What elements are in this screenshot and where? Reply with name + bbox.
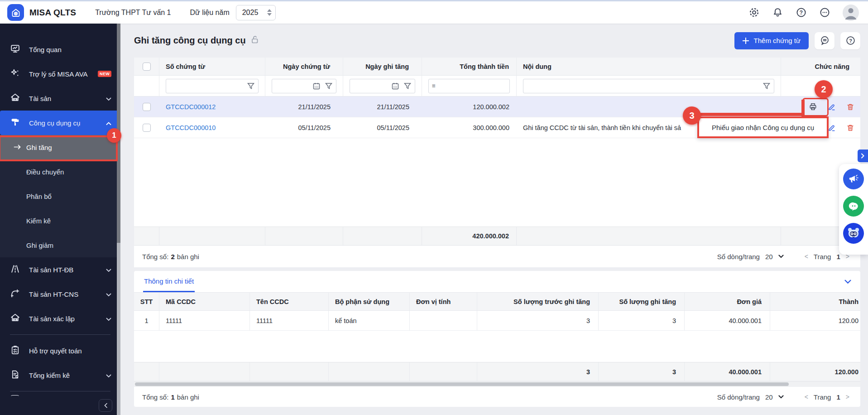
submenu-item-dieu-chuyen[interactable]: Điều chuyển (0, 159, 120, 184)
live-chat-button[interactable] (843, 196, 864, 217)
total-label: Tổng số: (142, 253, 168, 261)
rows-per-page-dropdown-icon[interactable] (778, 395, 784, 399)
year-select[interactable]: 2025 (236, 5, 276, 20)
row-checkbox[interactable] (143, 124, 151, 132)
chevron-down-icon (106, 95, 111, 102)
col-header-ngay-ghi-tang[interactable]: Ngày ghi tăng (343, 58, 422, 75)
documents-table: Số chứng từ Ngày chứng từ Ngày ghi tăng … (134, 58, 860, 267)
road-icon (10, 264, 20, 275)
table-header-row: Số chứng từ Ngày chứng từ Ngày ghi tăng … (134, 58, 860, 76)
sidebar-item-tai-san-ht-cns[interactable]: Tài sản HT-CNS (0, 282, 120, 306)
settings-gear-icon[interactable] (748, 7, 760, 18)
ava-bot-button[interactable] (843, 223, 864, 244)
sidebar-collapse-button[interactable] (99, 399, 112, 412)
rows-per-page-dropdown-icon[interactable] (778, 255, 784, 258)
submenu-item-phan-bo[interactable]: Phân bổ (0, 184, 120, 208)
document-number-link[interactable]: GTCCDC000012 (166, 103, 216, 111)
col-header-ten-ccdc[interactable]: Tên CCDC (250, 293, 329, 310)
horizontal-scrollbar[interactable] (134, 381, 860, 387)
filter-ngay-ghi-tang[interactable] (350, 79, 415, 93)
expand-panel-button[interactable] (858, 150, 868, 162)
calendar-icon (391, 82, 399, 90)
filter-funnel-icon (247, 82, 255, 90)
prev-page-button[interactable]: < (805, 393, 808, 401)
edit-button[interactable] (827, 102, 836, 111)
col-header-bo-phan[interactable]: Bộ phận sử dụng (329, 293, 410, 310)
submenu-item-kiem-ke[interactable]: Kiểm kê (0, 208, 120, 233)
submenu-item-label: Kiểm kê (26, 217, 51, 225)
edit-button[interactable] (827, 123, 836, 132)
print-menu-tooltip[interactable]: Phiếu giao nhận Công cụ dụng cụ (697, 116, 829, 138)
col-header-sl-truoc-ghi-tang[interactable]: Số lượng trước ghi tăng (477, 293, 599, 310)
row-checkbox[interactable] (143, 103, 151, 111)
scrollbar-thumb[interactable] (135, 382, 789, 386)
table-filter-row: = (134, 76, 860, 97)
tab-thong-tin-chi-tiet[interactable]: Thông tin chi tiết (143, 271, 195, 292)
sidebar-item-tai-san[interactable]: Tài sản (0, 86, 120, 111)
chevron-up-icon (106, 119, 111, 127)
select-all-checkbox[interactable] (143, 63, 151, 71)
filter-tong-thanh-tien[interactable]: = (428, 79, 510, 93)
submenu-item-ghi-giam[interactable]: Ghi giảm (0, 233, 120, 257)
sidebar-divider (10, 334, 110, 335)
col-header-thanh-tien[interactable]: Thành (770, 293, 860, 310)
sidebar-item-tai-san-ht-db[interactable]: Tài sản HT-ĐB (0, 257, 120, 282)
user-avatar[interactable] (843, 5, 859, 21)
page-number[interactable]: 1 (836, 393, 840, 401)
sidebar: Tổng quan Trợ lý số MISA AVA NEW Tài sản… (0, 24, 120, 415)
sidebar-item-cong-cu-dung-cu[interactable]: Công cụ dụng cụ (0, 111, 120, 135)
unlock-icon[interactable] (250, 35, 259, 46)
equals-operator[interactable]: = (432, 82, 436, 89)
delete-button[interactable] (846, 102, 855, 111)
spin-up-icon[interactable] (267, 9, 272, 12)
asset-house-icon (10, 313, 20, 324)
help-icon[interactable]: ? (796, 7, 807, 18)
prev-page-button[interactable]: < (805, 253, 808, 260)
misa-logo-icon[interactable] (7, 4, 24, 21)
organization-name[interactable]: Trường THPT Tư vấn 1 (95, 9, 171, 17)
filter-ngay-chung-tu[interactable] (272, 79, 336, 93)
cell-ten-ccdc: 11111 (250, 311, 329, 330)
col-header-ma-ccdc[interactable]: Mã CCDC (159, 293, 250, 310)
rows-per-page-value[interactable]: 20 (765, 393, 773, 401)
sidebar-item-tai-san-xac-lap[interactable]: Tài sản xác lập (0, 306, 120, 331)
col-header-don-vi-tinh[interactable]: Đơn vị tính (410, 293, 477, 310)
page-label: Trang (814, 253, 831, 261)
col-header-noi-dung[interactable]: Nội dung (517, 58, 781, 75)
more-options-icon[interactable] (819, 7, 830, 18)
filter-funnel-icon (762, 82, 771, 90)
filter-so-chung-tu[interactable] (166, 79, 259, 93)
add-document-button[interactable]: Thêm chứng từ (734, 32, 809, 49)
col-header-don-gia[interactable]: Đơn giá (685, 293, 770, 310)
sidebar-scrollbar[interactable] (117, 24, 120, 415)
next-page-button[interactable]: > (846, 393, 849, 401)
col-header-tong-thanh-tien[interactable]: Tổng thành tiền (422, 58, 517, 75)
collapse-detail-icon[interactable] (844, 280, 851, 284)
document-number-link[interactable]: GTCCDC000010 (166, 124, 216, 131)
col-header-so-chung-tu[interactable]: Số chứng từ (159, 58, 265, 75)
sidebar-item-tong-quan[interactable]: Tổng quan (0, 37, 120, 62)
filter-noi-dung[interactable] (523, 79, 774, 93)
submenu-item-label: Ghi giảm (26, 241, 53, 249)
document-check-icon (10, 369, 20, 381)
announcements-button[interactable] (843, 169, 864, 189)
rows-per-page-label: Số dòng/trang (717, 393, 760, 401)
col-header-stt[interactable]: STT (134, 293, 159, 310)
col-header-ngay-chung-tu[interactable]: Ngày chứng từ (265, 58, 343, 75)
spin-down-icon[interactable] (267, 13, 272, 16)
year-stepper[interactable] (267, 9, 272, 16)
detail-row[interactable]: 1 11111 11111 kế toán 3 3 40.000.001 120… (134, 311, 860, 331)
page-number[interactable]: 1 (836, 253, 840, 261)
chevron-down-icon (106, 315, 111, 323)
sidebar-item-ho-tro-quyet-toan[interactable]: Hỗ trợ quyết toán (0, 338, 120, 363)
sidebar-item-tong-kiem-ke[interactable]: Tổng kiểm kê (0, 363, 120, 387)
total-count: 1 (171, 393, 174, 401)
feedback-chat-button[interactable] (815, 32, 834, 49)
col-header-sl-ghi-tang[interactable]: Số lượng ghi tăng (599, 293, 685, 310)
sidebar-item-label: Công cụ dụng cụ (29, 119, 80, 127)
sidebar-item-misa-ava[interactable]: Trợ lý số MISA AVA NEW (0, 62, 120, 86)
delete-button[interactable] (846, 123, 855, 132)
notification-bell-icon[interactable] (772, 7, 783, 18)
rows-per-page-value[interactable]: 20 (765, 253, 773, 261)
help-circle-button[interactable]: ? (840, 32, 860, 49)
